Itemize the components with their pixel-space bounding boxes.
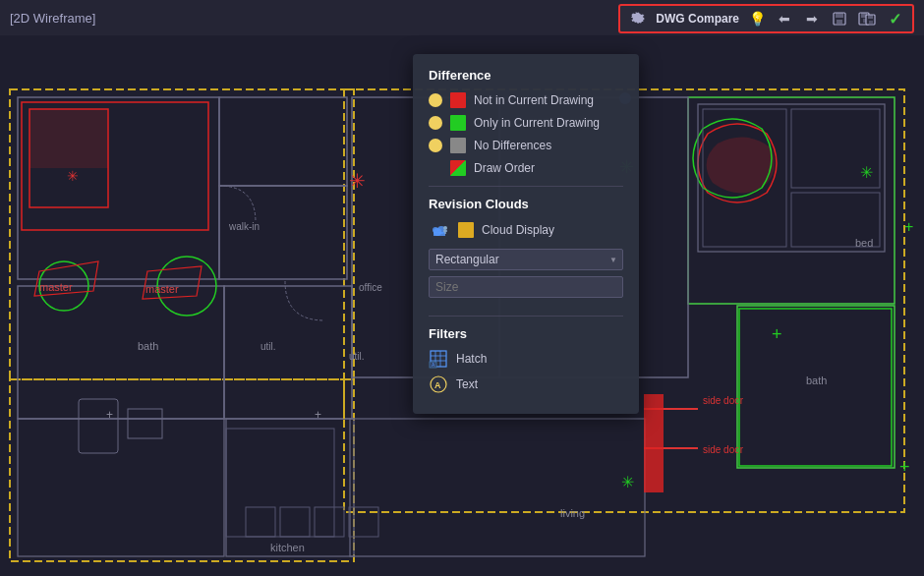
cloud-shape-dropdown-wrapper[interactable]: Rectangular Polygonal Freehand [429,249,623,270]
size-input[interactable] [429,276,623,298]
legend-row-draw-order: Draw Order [429,160,623,176]
divider2 [429,316,623,317]
svg-text:util.: util. [260,341,276,352]
viewport-label: [2D Wireframe] [10,11,95,26]
text-filter-row: A Text [429,374,623,394]
svg-text:util.: util. [349,351,365,362]
svg-text:+: + [772,324,782,344]
svg-text:+: + [106,408,113,422]
hatch-filter-icon: A [429,349,448,369]
svg-text:✳: ✳ [67,168,79,184]
svg-rect-7 [868,15,873,19]
filters-title: Filters [429,326,623,341]
color-only-current [450,115,466,131]
text-filter-icon: A [429,374,448,394]
hatch-filter-label: Hatch [456,352,487,366]
svg-text:bed: bed [855,237,873,249]
svg-text:✳: ✳ [860,164,873,181]
size-input-wrapper[interactable] [429,276,623,306]
export-icon2[interactable] [857,9,877,29]
hatch-filter-row: A Hatch [429,349,623,369]
svg-text:master: master [145,283,179,295]
svg-text:bath: bath [806,374,827,386]
bulb-icon[interactable]: 💡 [747,9,767,29]
svg-text:bath: bath [138,340,158,352]
svg-text:kitchen: kitchen [270,542,305,553]
cloud-color-box [458,222,474,238]
text-filter-label: Text [456,377,478,391]
svg-rect-24 [29,109,108,168]
bulb-draw-order [429,161,442,175]
revision-clouds-title: Revision Clouds [429,197,623,211]
bulb-only-current [429,116,442,130]
legend-row-no-diff: No Differences [429,138,623,153]
divider1 [429,186,623,187]
legend-row-only-current: Only in Current Drawing [429,115,623,131]
color-draw-order [450,160,466,176]
label-draw-order: Draw Order [474,161,535,175]
svg-rect-2 [837,20,842,24]
label-only-current: Only in Current Drawing [474,116,600,130]
difference-section-title: Difference [429,68,623,83]
svg-text:✳: ✳ [349,170,366,192]
cloud-display-label: Cloud Display [482,223,554,237]
legend-row-not-current: Not in Current Drawing [429,92,623,108]
svg-text:+: + [899,457,910,477]
svg-text:+: + [904,218,913,235]
svg-point-74 [443,226,447,230]
cloud-display-icon [429,219,450,241]
color-no-diff [450,138,466,153]
bulb-no-diff [429,139,442,152]
color-not-current [450,92,466,108]
svg-text:+: + [315,408,321,422]
difference-panel: Difference Not in Current Drawing Only i… [413,54,639,414]
svg-rect-73 [433,232,445,236]
cloud-display-row: Cloud Display [429,219,623,241]
label-no-diff: No Differences [474,139,551,152]
bulb-not-current [429,93,442,107]
label-not-current: Not in Current Drawing [474,93,594,107]
svg-text:side door: side door [703,395,744,406]
close-compare-icon[interactable]: ✓ [885,9,904,29]
svg-text:walk-in: walk-in [228,221,260,232]
svg-text:side door: side door [703,444,744,455]
svg-rect-38 [644,394,664,492]
export-icon1[interactable] [830,9,849,29]
cloud-shape-dropdown[interactable]: Rectangular Polygonal Freehand [429,249,623,270]
svg-rect-1 [836,13,843,18]
svg-text:✳: ✳ [621,474,634,490]
svg-text:master: master [39,281,73,293]
dwg-compare-toolbar: DWG Compare 💡 ⬅ ➡ ✓ [618,4,914,33]
next-diff-icon[interactable]: ➡ [802,9,822,29]
svg-text:A: A [434,380,441,390]
dwg-compare-label: DWG Compare [656,12,739,26]
prev-diff-icon[interactable]: ⬅ [775,9,794,29]
settings-icon[interactable] [628,9,648,29]
svg-text:living: living [560,507,585,519]
svg-text:office: office [359,282,382,293]
svg-rect-8 [869,21,873,24]
